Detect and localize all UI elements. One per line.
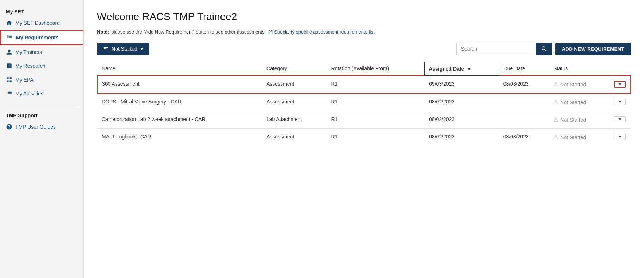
col-due-date: Due Date xyxy=(499,62,549,75)
filter-caret-icon xyxy=(140,48,143,50)
cell-category: Assessment xyxy=(262,93,327,111)
search-button[interactable] xyxy=(536,43,552,55)
dropdown-caret-icon xyxy=(618,83,621,85)
status-x-icon: ⚠ xyxy=(553,134,558,141)
cell-status: ⚠ Not Started xyxy=(549,93,610,111)
add-requirement-button[interactable]: ADD NEW REQUIREMENT xyxy=(555,43,631,55)
sidebar-item-epa[interactable]: My EPA xyxy=(0,73,83,87)
status-x-icon: ⚠ xyxy=(553,116,558,123)
filter-list-icon xyxy=(103,46,109,52)
row-dropdown-button[interactable] xyxy=(614,81,626,88)
sort-arrow-icon: ▼ xyxy=(467,67,471,72)
cell-assigned-date: 08/02/2023 xyxy=(425,93,499,111)
toolbar-row: Not Started ADD NEW REQUIREMENT xyxy=(97,43,631,55)
cell-name: 360 Assessment xyxy=(97,75,262,93)
row-dropdown-button[interactable] xyxy=(614,116,626,122)
cell-action xyxy=(610,93,631,111)
status-x-icon: ⚠ xyxy=(553,99,558,106)
sidebar-support-title: TMP Support xyxy=(0,110,83,120)
plus-box-icon xyxy=(6,63,12,69)
table-row: DOPS - Mitral Valve Surgery - CAR Assess… xyxy=(97,93,631,111)
cell-action xyxy=(610,111,631,129)
sidebar-item-requirements[interactable]: My Requirements xyxy=(0,30,83,45)
cell-rotation: R1 xyxy=(327,129,425,146)
cell-name: DOPS - Mitral Valve Surgery - CAR xyxy=(97,93,262,111)
cell-due-date xyxy=(499,111,549,129)
search-input[interactable] xyxy=(456,43,536,55)
cell-rotation: R1 xyxy=(327,75,425,93)
cell-due-date xyxy=(499,93,549,111)
cell-status: ⚠ Not Started xyxy=(549,111,610,129)
sidebar-item-user-guides[interactable]: TMP User Guides xyxy=(0,120,83,134)
sidebar-item-dashboard[interactable]: My SET Dashboard xyxy=(0,16,83,30)
status-x-icon: ⚠ xyxy=(553,81,558,88)
sidebar-section-title: My SET xyxy=(0,6,83,16)
cell-name: MALT Logbook - CAR xyxy=(97,129,262,146)
home-icon xyxy=(6,20,12,26)
cell-name: Cathetorization Lab 2 week attachment - … xyxy=(97,111,262,129)
table-row: 360 Assessment Assessment R1 09/03/2023 … xyxy=(97,75,631,93)
dropdown-caret-icon xyxy=(618,101,621,103)
toolbar-right: ADD NEW REQUIREMENT xyxy=(456,43,631,55)
table-row: MALT Logbook - CAR Assessment R1 08/02/2… xyxy=(97,129,631,146)
cell-assigned-date: 08/02/2023 xyxy=(425,129,499,146)
list-icon xyxy=(7,34,13,41)
dropdown-caret-icon xyxy=(618,118,621,120)
page-title: Welcome RACS TMP Trainee2 xyxy=(97,11,631,23)
row-dropdown-button[interactable] xyxy=(614,134,626,140)
status-label: Not Started xyxy=(560,82,586,87)
requirements-table: Name Category Rotation (Available From) … xyxy=(97,62,631,146)
sidebar-item-activities[interactable]: My Activities xyxy=(0,87,83,101)
note-label: Note: xyxy=(97,29,109,35)
table-header-row: Name Category Rotation (Available From) … xyxy=(97,62,631,75)
status-label: Not Started xyxy=(560,134,586,140)
sidebar-divider xyxy=(6,105,78,105)
note-text: please use the "Add New Requirement" but… xyxy=(111,29,266,35)
cell-action xyxy=(610,75,631,93)
cell-category: Assessment xyxy=(262,129,327,146)
cell-due-date: 08/08/2023 xyxy=(499,129,549,146)
col-category: Category xyxy=(262,62,327,75)
table-row: Cathetorization Lab 2 week attachment - … xyxy=(97,111,631,129)
grid-icon xyxy=(6,77,12,83)
status-label: Not Started xyxy=(560,99,586,105)
col-rotation: Rotation (Available From) xyxy=(327,62,425,75)
cell-due-date: 08/08/2023 xyxy=(499,75,549,93)
note-bar: Note: please use the "Add New Requiremen… xyxy=(97,29,631,35)
question-icon xyxy=(6,124,12,130)
cell-rotation: R1 xyxy=(327,111,425,129)
search-icon xyxy=(541,46,547,52)
cell-assigned-date: 08/02/2023 xyxy=(425,111,499,129)
sidebar: My SET My SET Dashboard My Requirements … xyxy=(0,0,84,278)
cell-category: Assessment xyxy=(262,75,327,93)
note-link[interactable]: Speciality-specific assessment requireme… xyxy=(268,29,374,35)
col-name: Name xyxy=(97,62,262,75)
main-content: Welcome RACS TMP Trainee2 Note: please u… xyxy=(84,0,644,278)
col-action xyxy=(610,62,631,75)
cell-status: ⚠ Not Started xyxy=(549,75,610,93)
col-status: Status xyxy=(549,62,610,75)
activities-icon xyxy=(6,90,12,97)
filter-not-started-button[interactable]: Not Started xyxy=(97,43,149,55)
row-dropdown-button[interactable] xyxy=(614,99,626,105)
status-label: Not Started xyxy=(560,117,586,123)
dropdown-caret-icon xyxy=(618,136,621,138)
cell-action xyxy=(610,129,631,146)
col-assigned-date[interactable]: Assigned Date ▼ xyxy=(425,62,499,75)
cell-assigned-date: 09/03/2023 xyxy=(425,75,499,93)
cell-category: Lab Attachment xyxy=(262,111,327,129)
person-icon xyxy=(6,49,12,55)
sidebar-item-trainers[interactable]: My Trainers xyxy=(0,45,83,59)
external-link-icon xyxy=(268,30,273,35)
cell-rotation: R1 xyxy=(327,93,425,111)
sidebar-item-research[interactable]: My Research xyxy=(0,59,83,73)
cell-status: ⚠ Not Started xyxy=(549,129,610,146)
